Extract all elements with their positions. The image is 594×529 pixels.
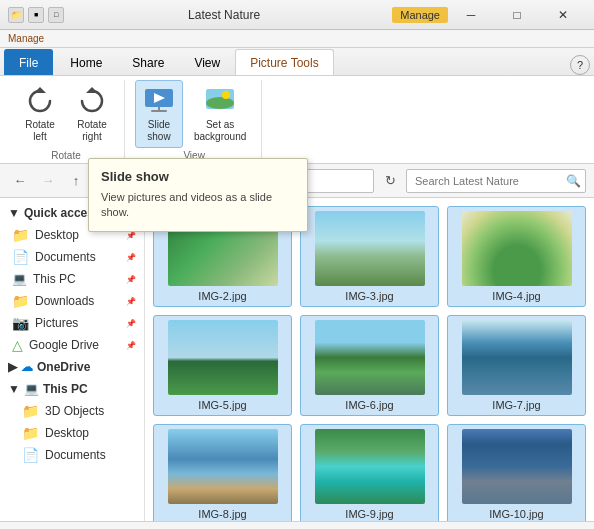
documents-2-label: Documents (45, 448, 106, 462)
sidebar-item-downloads[interactable]: 📁 Downloads 📌 (0, 290, 144, 312)
this-pc-icon: 💻 (12, 272, 27, 286)
file-name-img-6: IMG-6.jpg (345, 399, 393, 411)
3d-objects-icon: 📁 (22, 403, 39, 419)
rotate-right-label: Rotateright (77, 119, 106, 143)
set-background-label: Set asbackground (194, 119, 246, 143)
pictures-label: Pictures (35, 316, 78, 330)
tooltip-title: Slide show (101, 169, 295, 184)
onedrive-chevron: ▶ (8, 360, 17, 374)
file-item-img-10[interactable]: IMG-10.jpg (447, 424, 586, 521)
file-item-img-4[interactable]: IMG-4.jpg (447, 206, 586, 307)
file-item-img-7[interactable]: IMG-7.jpg (447, 315, 586, 416)
manage-badge: Manage (392, 7, 448, 23)
desktop-2-label: Desktop (45, 426, 89, 440)
title-bar-icons: 📁 ■ □ (8, 7, 64, 23)
file-grid: IMG-2.jpgIMG-3.jpgIMG-4.jpgIMG-5.jpgIMG-… (145, 198, 594, 521)
file-name-img-7: IMG-7.jpg (492, 399, 540, 411)
svg-point-8 (222, 91, 230, 99)
sidebar-header-onedrive[interactable]: ▶ ☁ OneDrive (0, 356, 144, 378)
chevron-icon: ▼ (8, 206, 20, 220)
ribbon-group-view: Slideshow Set asbackground View (127, 80, 262, 159)
sidebar-item-3d-objects[interactable]: 📁 3D Objects (0, 400, 144, 422)
downloads-label: Downloads (35, 294, 94, 308)
documents-label: Documents (35, 250, 96, 264)
sidebar: ▼ Quick access 📁 Desktop 📌 📄 Documents 📌… (0, 198, 145, 521)
quick-access-icon: ■ (28, 7, 44, 23)
this-pc-header-label: This PC (43, 382, 88, 396)
google-drive-icon: △ (12, 337, 23, 353)
help-button[interactable]: ? (570, 55, 590, 75)
documents-2-icon: 📄 (22, 447, 39, 463)
list-view-button[interactable]: ☰ (540, 525, 560, 530)
forward-button[interactable]: → (36, 169, 60, 193)
minimize-button[interactable]: ─ (448, 0, 494, 30)
close-button[interactable]: ✕ (540, 0, 586, 30)
file-name-img-4: IMG-4.jpg (492, 290, 540, 302)
search-icon[interactable]: 🔍 (561, 169, 585, 193)
search-input[interactable] (407, 175, 561, 187)
back-button[interactable]: ← (8, 169, 32, 193)
file-item-img-3[interactable]: IMG-3.jpg (300, 206, 439, 307)
ribbon-group-rotate: Rotateleft Rotateright Rotate (8, 80, 125, 159)
tab-home[interactable]: Home (55, 49, 117, 75)
this-pc-chevron: ▼ (8, 382, 20, 396)
desktop-icon: 📁 (12, 227, 29, 243)
pin-icon-6: 📌 (126, 341, 136, 350)
manage-label: Manage (8, 33, 44, 44)
file-item-img-8[interactable]: IMG-8.jpg (153, 424, 292, 521)
pin-icon-4: 📌 (126, 297, 136, 306)
tab-picture-tools[interactable]: Picture Tools (235, 49, 333, 75)
3d-objects-label: 3D Objects (45, 404, 104, 418)
tooltip-popup: Slide show View pictures and videos as a… (88, 158, 308, 232)
title-controls: ─ □ ✕ (448, 0, 586, 30)
slide-show-icon (143, 85, 175, 117)
google-drive-label: Google Drive (29, 338, 99, 352)
file-thumbnail-img-6 (315, 320, 425, 395)
manage-tab-area: Manage (0, 30, 594, 48)
file-thumbnail-img-5 (168, 320, 278, 395)
tab-view[interactable]: View (179, 49, 235, 75)
refresh-button[interactable]: ↻ (378, 169, 402, 193)
file-thumbnail-img-10 (462, 429, 572, 504)
file-item-img-9[interactable]: IMG-9.jpg (300, 424, 439, 521)
sidebar-item-pictures[interactable]: 📷 Pictures 📌 (0, 312, 144, 334)
sidebar-item-documents-2[interactable]: 📄 Documents (0, 444, 144, 466)
slide-show-button[interactable]: Slideshow (135, 80, 183, 148)
file-thumbnail-img-4 (462, 211, 572, 286)
svg-marker-1 (86, 87, 98, 93)
pin-icon: 📌 (126, 231, 136, 240)
onedrive-icon: ☁ (21, 360, 33, 374)
window-title: Latest Nature (64, 8, 384, 22)
tab-file[interactable]: File (4, 49, 53, 75)
file-thumbnail-img-8 (168, 429, 278, 504)
svg-rect-5 (158, 107, 160, 111)
rotate-left-button[interactable]: Rotateleft (16, 80, 64, 148)
onedrive-label: OneDrive (37, 360, 90, 374)
main-area: ▼ Quick access 📁 Desktop 📌 📄 Documents 📌… (0, 198, 594, 521)
sidebar-header-this-pc[interactable]: ▼ 💻 This PC (0, 378, 144, 400)
rotate-right-button[interactable]: Rotateright (68, 80, 116, 148)
title-icon-3: □ (48, 7, 64, 23)
view-toggles: ☰ ■ (540, 525, 584, 530)
grid-view-button[interactable]: ■ (564, 525, 584, 530)
status-bar: 54 items 11 items selected 1.34 MB ☰ ■ (0, 521, 594, 529)
file-item-img-6[interactable]: IMG-6.jpg (300, 315, 439, 416)
tab-share[interactable]: Share (117, 49, 179, 75)
rotate-left-label: Rotateleft (25, 119, 54, 143)
sidebar-item-google-drive[interactable]: △ Google Drive 📌 (0, 334, 144, 356)
file-name-img-8: IMG-8.jpg (198, 508, 246, 520)
sidebar-item-this-pc[interactable]: 💻 This PC 📌 (0, 268, 144, 290)
title-bar: 📁 ■ □ Latest Nature Manage ─ □ ✕ (0, 0, 594, 30)
rotate-right-icon (76, 85, 108, 117)
sidebar-item-documents[interactable]: 📄 Documents 📌 (0, 246, 144, 268)
this-pc-label: This PC (33, 272, 76, 286)
maximize-button[interactable]: □ (494, 0, 540, 30)
file-item-img-5[interactable]: IMG-5.jpg (153, 315, 292, 416)
sidebar-item-desktop-2[interactable]: 📁 Desktop (0, 422, 144, 444)
file-thumbnail-img-9 (315, 429, 425, 504)
up-button[interactable]: ↑ (64, 169, 88, 193)
set-background-button[interactable]: Set asbackground (187, 80, 253, 148)
pin-icon-3: 📌 (126, 275, 136, 284)
search-box: 🔍 (406, 169, 586, 193)
rotate-left-icon (24, 85, 56, 117)
